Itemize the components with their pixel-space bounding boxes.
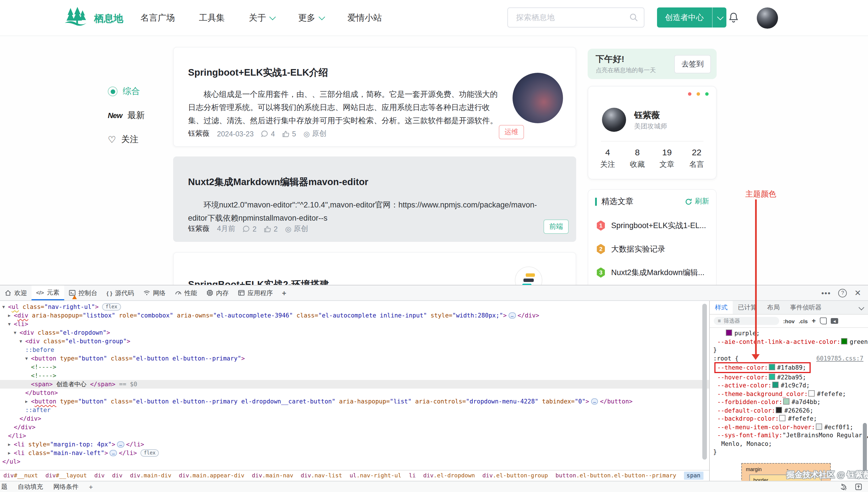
profile-avatar[interactable] [602,108,626,132]
panel-toggle-icon[interactable]: ◄ [831,318,838,324]
styles-tab-layout[interactable]: 布局 [762,301,785,314]
css-rule-line[interactable]: --forbidden-color:#a7d4bb; [710,398,868,406]
help-icon[interactable]: ? [839,289,847,297]
devtools-tab-network[interactable]: 网络 [139,286,170,300]
creator-center-button[interactable]: 创造者中心 [657,7,712,27]
creator-center-dropdown-button[interactable] [712,7,726,27]
stat-following[interactable]: 4关注 [593,147,623,170]
breadcrumb-item[interactable]: div.el-button-group [482,472,548,478]
stat-articles[interactable]: 19文章 [652,147,682,170]
nav-link-tools[interactable]: 工具集 [199,12,225,23]
comment-count[interactable]: 2 [243,225,257,233]
featured-item[interactable]: 3Nuxt2集成Markdown编辑... [596,261,712,284]
article-title[interactable]: Springboot+ELK实战1-ELK介绍 [188,66,328,79]
breadcrumb-item[interactable]: div [112,472,122,478]
style-filter-input[interactable]: ≡ 筛选器 [714,317,779,325]
dom-tree-row[interactable]: ▼<div class="el-dropdown"> [0,328,709,337]
devtools-tab-welcome[interactable]: 欢迎 [0,286,31,300]
dock-panel-icon[interactable] [855,483,862,491]
article-card[interactable]: Nuxt2集成Markdown编辑器mavon-editor 环境nuxt2.0… [173,156,576,242]
breadcrumb-item[interactable]: span [684,471,703,479]
filter-item-newest[interactable]: New 最新 [108,110,144,121]
nav-link-quotes[interactable]: 名言广场 [141,12,175,23]
css-rule-line[interactable]: --el-menu-item-color-hover:#ecf0f1; [710,423,868,431]
dom-tree-row[interactable]: </button> [0,389,709,397]
elements-scrollbar[interactable] [702,304,707,460]
css-rule-line[interactable]: Menlo, Monaco; [710,439,868,448]
dom-tree-row[interactable]: ▶<div aria-haspopup="listbox" role="comb… [0,311,709,320]
profile-name[interactable]: 钰紫薇 [634,110,660,121]
css-file-link[interactable]: 6019785.css:7 [816,354,863,362]
breadcrumb-item[interactable]: div.main.appear-div [179,472,244,478]
nav-link-love[interactable]: 爱情小站 [347,12,382,23]
article-author[interactable]: 钰紫薇 [188,129,210,139]
stat-quotes[interactable]: 22名言 [682,147,712,170]
close-icon[interactable]: ✕ [854,288,861,297]
dom-tree-row[interactable]: ::after [0,406,709,414]
new-style-rule-button[interactable]: + [812,317,816,325]
styles-tab-styles[interactable]: 样式 [710,301,733,314]
css-rule-line[interactable]: --sys-font-family:"JetBrainsMono Regular… [710,431,868,439]
css-rule-line[interactable]: --aie-content-link-a-active-color:green; [710,337,868,346]
dom-tree-row[interactable]: ▼<ul class="nav-right-ul">flex [0,302,709,311]
breadcrumb-item[interactable]: div.main-div [130,472,171,478]
breadcrumb-item[interactable]: button.el-button.el-button--primary [556,472,676,478]
stat-favorites[interactable]: 8收藏 [623,147,652,170]
nav-link-about[interactable]: 关于 [249,12,274,23]
css-rule-line[interactable]: --backdrop-color:#fefefe; [710,414,868,423]
css-rule-line[interactable]: --default-color:#262626; [710,406,868,414]
drawer-tab-network-conditions[interactable]: 网络条件 [48,483,84,491]
category-tag[interactable]: 运维 [499,125,524,139]
css-rule-line[interactable]: :root {6019785.css:7 [710,354,868,362]
dom-tree-row[interactable]: <!----> [0,363,709,371]
article-title[interactable]: Nuxt2集成Markdown编辑器mavon-editor [188,176,368,188]
toggle-hover-state-button[interactable]: :hov [783,318,795,324]
dom-tree-row[interactable]: <span> 创造者中心 </span> == $0 [0,380,709,389]
article-author[interactable]: 钰紫薇 [188,224,210,234]
dom-tree-row[interactable]: ▼<li> [0,320,709,328]
styles-scrollbar[interactable] [863,423,867,477]
article-card[interactable]: Springboot+ELK实战1-ELK介绍 核心组成是一个应用套件，由、、三… [173,47,576,147]
filter-item-all[interactable]: 综合 [108,86,144,97]
css-rule-line[interactable]: } [710,346,868,354]
styles-tab-event-listeners[interactable]: 事件侦听器 [785,301,827,314]
css-rule-line[interactable]: --theme-background_color:#fefefe; [710,389,868,398]
user-avatar[interactable] [757,7,778,28]
devtools-tab-elements[interactable]: </> 元素 [31,286,64,300]
paint-brush-icon[interactable] [820,318,827,324]
reload-frame-icon[interactable] [839,483,847,491]
breadcrumb-item[interactable]: div#__nuxt [3,472,38,478]
dom-tree-row[interactable]: ▼<div class="el-button-group"> [0,337,709,346]
refresh-button[interactable]: 刷新 [685,197,709,206]
article-excerpt[interactable]: 环境nuxt2.0"mavon-editor":"^2.10.4",mavon-… [188,198,555,224]
devtools-tab-add[interactable]: + [278,286,291,300]
breadcrumb-item[interactable]: li [409,472,416,478]
drawer-tab-autofill[interactable]: 自动填充 [13,483,48,491]
filter-item-following[interactable]: ♡ 关注 [108,134,144,145]
dom-tree-row[interactable]: <!----> [0,371,709,380]
devtools-tab-memory[interactable]: 内存 [202,286,233,300]
breadcrumb-item[interactable]: div.main-nav [252,472,293,478]
css-rule-line[interactable]: --theme-color:#1fab89; [710,362,868,373]
category-tag[interactable]: 前端 [544,220,569,234]
breadcrumb-item[interactable]: div#__layout [45,472,87,478]
check-in-button[interactable]: 去签到 [674,55,711,73]
toggle-class-button[interactable]: .cls [799,318,808,324]
devtools-tab-console[interactable]: 控制台 [64,286,102,300]
dom-tree-row[interactable]: ▶<button type="button" class="el-button … [0,397,709,406]
css-rule-line[interactable]: --hover-color:#22ba95; [710,373,868,381]
dom-tree-row[interactable]: </div> [0,423,709,432]
css-rule-line[interactable]: purple; [710,329,868,337]
breadcrumb-item[interactable]: div.nav-list [301,472,342,478]
dom-tree-row[interactable]: </div> [0,414,709,423]
css-rule-line[interactable]: } [710,448,868,456]
dom-tree-row[interactable]: ▶<li class="main-nav-left">…</li>flex [0,449,709,457]
dom-tree-row[interactable]: ▶<li style="margin-top: 4px">…</li> [0,440,709,449]
comment-count[interactable]: 4 [261,130,275,138]
devtools-tab-sources[interactable]: { } 源代码 [102,286,139,300]
breadcrumb-item[interactable]: ul.nav-right-ul [349,472,401,478]
styles-tab-computed[interactable]: 已计算 [733,301,762,314]
devtools-tab-application[interactable]: 应用程序 [233,286,278,300]
article-excerpt[interactable]: 核心组成是一个应用套件，由、、三部分组成，简称。它是一套开源免费、功能强大的日志… [188,88,505,127]
like-count[interactable]: 2 [264,225,278,233]
